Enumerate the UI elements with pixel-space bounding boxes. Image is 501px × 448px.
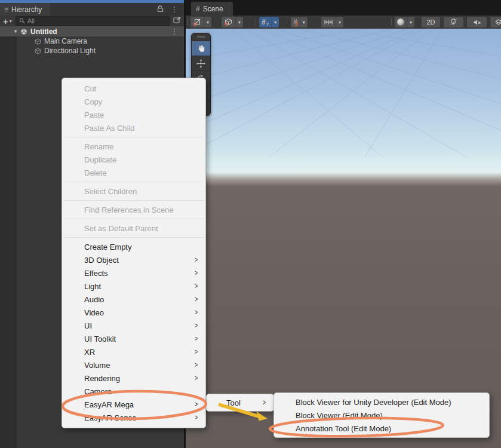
menu-item-camera[interactable]: Camera > — [62, 385, 205, 398]
search-input[interactable]: All — [16, 16, 170, 26]
menu-item-video[interactable]: Video > — [62, 306, 205, 319]
gameobject-cube-icon — [35, 38, 41, 45]
scene-name-label: Untitled — [30, 27, 57, 36]
menu-item-paste-as-child: Paste As Child > — [62, 121, 205, 134]
move-icon — [196, 59, 205, 68]
menu-item-cut: Cut > — [62, 82, 205, 95]
submenu-item-block-viewer-for-unity-developer-edit-mode[interactable]: Block Viewer for Unity Developer (Edit M… — [274, 395, 489, 409]
tool-handle-position-button[interactable]: ▾ — [190, 17, 211, 27]
caret-down-icon[interactable]: ▾ — [271, 17, 279, 27]
grid-snap-icon: #Y — [259, 17, 271, 27]
snap-increment-icon: # — [291, 17, 300, 27]
menu-item-find-references-in-scene: Find References in Scene > — [62, 203, 205, 216]
hierarchy-list-icon: ≡ — [4, 6, 8, 13]
hierarchy-toolbar: + ▾ All — [0, 16, 184, 26]
hierarchy-visibility-gutter — [0, 36, 17, 448]
layers-fx-icon — [492, 17, 501, 27]
menu-item-delete: Delete > — [62, 166, 205, 179]
menu-item-volume[interactable]: Volume > — [62, 358, 205, 372]
foldout-caret-icon[interactable]: ▾ — [14, 29, 17, 34]
audio-mute-button[interactable] — [467, 17, 487, 27]
menu-item-create-empty[interactable]: Create Empty > — [62, 240, 205, 253]
menu-item-xr[interactable]: XR > — [62, 345, 205, 358]
menu-item-rendering[interactable]: Rendering > — [62, 372, 205, 385]
caret-down-icon[interactable]: ▾ — [204, 17, 211, 27]
overlay-drag-handle[interactable] — [192, 33, 210, 41]
menu-separator — [63, 137, 204, 137]
submenu-chevron-icon: > — [195, 282, 198, 290]
menu-item-ui-toolkit[interactable]: UI Toolkit > — [62, 332, 205, 345]
menu-item-ui[interactable]: UI > — [62, 319, 205, 332]
gameobject-cube-icon — [35, 48, 41, 54]
create-object-button[interactable]: + ▾ — [3, 16, 12, 26]
submenu-chevron-icon: > — [195, 400, 198, 409]
menu-item-3d-object[interactable]: 3D Object > — [62, 253, 205, 266]
pivot-icon — [190, 17, 204, 27]
menu-item-light[interactable]: Light > — [62, 280, 205, 293]
scene-viewport[interactable] — [186, 29, 501, 448]
hierarchy-item-main-camera[interactable]: Main Camera — [0, 36, 184, 46]
caret-down-icon: ▾ — [10, 19, 12, 24]
scene-lighting-button[interactable] — [444, 17, 463, 27]
menu-item-audio[interactable]: Audio > — [62, 293, 205, 306]
orientation-cube-icon — [222, 17, 235, 27]
menu-item-rename: Rename > — [62, 140, 205, 153]
submenu-chevron-icon: > — [195, 321, 198, 330]
shading-mode-button[interactable]: ▾ — [395, 17, 414, 27]
2d-toggle-button[interactable]: 2D — [422, 17, 440, 27]
submenu-chevron-icon: > — [195, 335, 198, 343]
menu-separator — [63, 182, 204, 182]
submenu-item-block-viewer-edit-mode[interactable]: Block Viewer (Edit Mode) > — [274, 409, 489, 422]
hierarchy-item-directional-light[interactable]: Directional Light — [0, 46, 184, 56]
lock-icon[interactable] — [157, 4, 164, 15]
hand-tool-button[interactable] — [192, 41, 210, 56]
menu-item-easyar-sense[interactable]: EasyAR Sense > — [62, 411, 205, 424]
scene-toolbar: ▾ ▾ #Y ▾ # ▾ — [186, 16, 501, 29]
submenu-item-annotation-tool-edit-mode[interactable]: Annotation Tool (Edit Mode) > — [274, 422, 489, 435]
search-popout-icon[interactable] — [173, 16, 181, 26]
menu-separator — [63, 219, 204, 219]
toolbar-separator — [188, 19, 188, 26]
tab-scene[interactable]: # Scene — [191, 2, 233, 16]
scene-row-kebab-icon[interactable]: ⋮ — [171, 28, 178, 35]
grid-size-button[interactable]: ▾ — [321, 17, 343, 27]
tool-handle-rotation-button[interactable]: ▾ — [222, 17, 243, 27]
grid-snapping-button[interactable]: #Y ▾ — [259, 17, 279, 27]
caret-down-icon[interactable]: ▾ — [300, 17, 308, 27]
speaker-muted-icon — [471, 17, 484, 27]
menu-item-duplicate: Duplicate > — [62, 153, 205, 166]
caret-down-icon[interactable]: ▾ — [235, 17, 243, 27]
submenu-chevron-icon: > — [263, 398, 266, 407]
scene-grid-icon: # — [196, 5, 200, 13]
tab-hierarchy[interactable]: ≡ Hierarchy — [0, 3, 50, 16]
submenu-chevron-icon: > — [195, 269, 198, 277]
tool-flyout-menu: Tool > — [206, 394, 274, 412]
hierarchy-tree: Main Camera Directional Light — [0, 36, 184, 56]
menu-item-select-children: Select Children > — [62, 185, 205, 198]
lightbulb-off-icon — [447, 17, 460, 27]
shaded-sphere-icon — [395, 17, 407, 27]
perspective-grid — [186, 29, 501, 157]
hierarchy-scene-row[interactable]: ▾ Untitled ⋮ — [0, 26, 184, 36]
menu-item-easyar-mega[interactable]: EasyAR Mega > — [62, 398, 205, 411]
menu-item-set-as-default-parent: Set as Default Parent > — [62, 222, 205, 235]
hierarchy-tab-bar: ≡ Hierarchy ⋮ — [0, 3, 184, 16]
2d-label: 2D — [426, 19, 435, 26]
search-placeholder: All — [27, 17, 35, 24]
snap-increment-button[interactable]: # ▾ — [291, 17, 308, 27]
toolbar-separator — [256, 19, 256, 26]
submenu-chevron-icon: > — [195, 295, 198, 303]
hierarchy-tab-label: Hierarchy — [11, 5, 42, 14]
move-tool-button[interactable] — [192, 56, 210, 70]
menu-item-tool[interactable]: Tool > — [207, 396, 273, 409]
context-menu: Cut > Copy > Paste > Paste As Child > Re… — [62, 78, 206, 428]
unity-scene-icon — [20, 28, 27, 35]
caret-down-icon[interactable]: ▾ — [407, 17, 414, 27]
caret-down-icon[interactable]: ▾ — [336, 17, 343, 27]
scene-effects-button[interactable] — [490, 17, 501, 27]
toolbar-separator — [391, 19, 392, 26]
submenu-chevron-icon: > — [195, 413, 198, 422]
submenu-chevron-icon: > — [195, 361, 198, 369]
kebab-menu-icon[interactable]: ⋮ — [171, 6, 178, 13]
menu-item-effects[interactable]: Effects > — [62, 266, 205, 280]
